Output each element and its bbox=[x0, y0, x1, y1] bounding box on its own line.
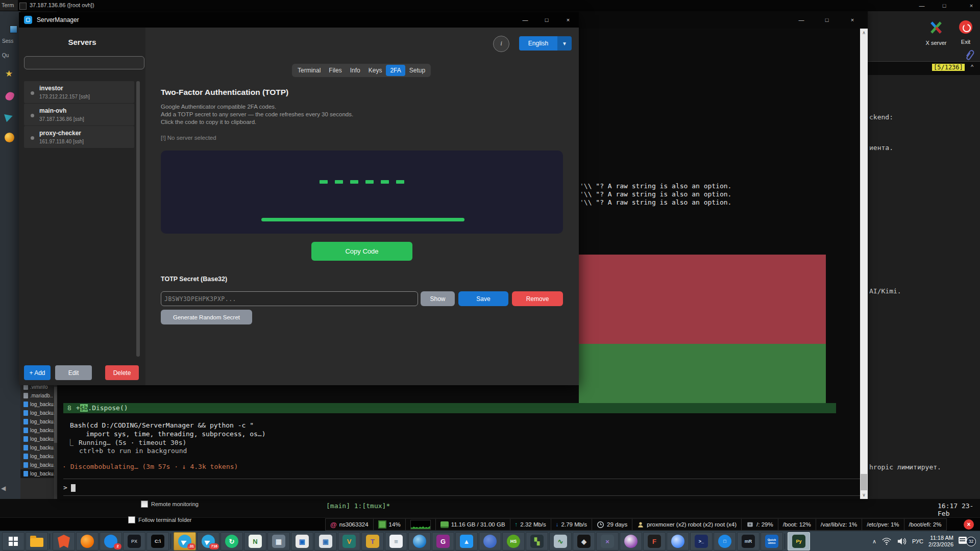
monitor-wave[interactable]: ∿ bbox=[549, 532, 572, 550]
generate-secret-button[interactable]: Generate Random Secret bbox=[161, 310, 252, 324]
totp-code-panel[interactable] bbox=[161, 151, 563, 234]
save-secret-button[interactable]: Save bbox=[458, 291, 508, 306]
totp-secret-input[interactable] bbox=[161, 291, 418, 306]
sessions-panel-icon[interactable] bbox=[10, 26, 17, 33]
file-item[interactable]: log_backu.. bbox=[20, 452, 57, 461]
app-window-1[interactable]: ▣ bbox=[291, 532, 313, 550]
notepad-plus-plus[interactable]: N bbox=[244, 532, 266, 550]
file-explorer[interactable] bbox=[26, 532, 48, 550]
info-button[interactable]: i bbox=[493, 36, 509, 52]
wifi-icon[interactable] bbox=[881, 537, 892, 546]
pink-tool-icon[interactable] bbox=[5, 91, 15, 102]
tab-files[interactable]: Files bbox=[325, 65, 346, 76]
mremoteng[interactable]: mR bbox=[737, 532, 760, 550]
chevron-up-icon[interactable]: ^ bbox=[971, 64, 973, 70]
sidebar-label-quick[interactable]: Qu bbox=[2, 53, 9, 58]
close-monitor-icon[interactable]: × bbox=[964, 519, 974, 530]
minimize-icon[interactable]: — bbox=[915, 1, 929, 11]
file-item[interactable]: log_backu.. bbox=[20, 417, 57, 426]
speaker-icon[interactable] bbox=[897, 537, 907, 546]
proxy-tool[interactable]: PX bbox=[123, 532, 145, 550]
exit-button[interactable]: Exit bbox=[953, 20, 978, 45]
add-server-button[interactable]: + Add bbox=[24, 365, 51, 380]
cube-app[interactable]: ◆ bbox=[573, 532, 595, 550]
server-item-proxy-checker[interactable]: proxy-checker 161.97.118.40 [ssh] bbox=[24, 126, 134, 148]
file-item[interactable]: .mariadb.. bbox=[20, 391, 57, 400]
maximize-icon[interactable]: □ bbox=[536, 12, 557, 28]
python-terminal[interactable]: Py bbox=[788, 532, 810, 550]
tab-info[interactable]: Info bbox=[346, 65, 364, 76]
heidisql[interactable]: HS bbox=[502, 532, 525, 550]
thunderbird[interactable]: 2 bbox=[100, 532, 122, 550]
firefox-browser[interactable] bbox=[76, 532, 99, 550]
orange-ball-icon[interactable] bbox=[5, 133, 14, 142]
remote-monitoring-checkbox[interactable]: Remote monitoring bbox=[141, 500, 199, 508]
scroll-left-icon[interactable]: ◀ bbox=[1, 485, 6, 492]
file-item[interactable]: log_backu.. bbox=[20, 469, 57, 478]
server-item-investor[interactable]: investor 173.212.212.157 [ssh] bbox=[24, 81, 134, 103]
notifications-button[interactable]: 32 bbox=[959, 535, 976, 548]
close-icon[interactable]: × bbox=[964, 1, 978, 11]
chromium[interactable] bbox=[667, 532, 689, 550]
scroll-up-icon[interactable]: ∧ bbox=[860, 29, 868, 37]
remove-secret-button[interactable]: Remove bbox=[512, 291, 563, 306]
delete-server-button[interactable]: Delete bbox=[105, 365, 139, 380]
photos-app[interactable]: ▲ bbox=[455, 532, 478, 550]
maximize-icon[interactable]: □ bbox=[815, 11, 839, 29]
paper-plane-icon[interactable] bbox=[4, 111, 18, 122]
notepad[interactable]: ≡ bbox=[385, 532, 407, 550]
copy-code-button[interactable]: Copy Code bbox=[311, 242, 412, 261]
visual-studio[interactable]: × bbox=[596, 532, 619, 550]
figma[interactable]: F bbox=[643, 532, 666, 550]
x-server-button[interactable]: X server bbox=[920, 20, 952, 46]
tray-chevron-up-icon[interactable]: ∧ bbox=[872, 538, 876, 545]
tab-terminal[interactable]: Terminal bbox=[293, 65, 325, 76]
file-item[interactable]: log_backu.. bbox=[20, 400, 57, 409]
g-document[interactable]: G bbox=[432, 532, 454, 550]
command-prompt[interactable]: C:\ bbox=[146, 532, 169, 550]
github-desktop[interactable] bbox=[620, 532, 642, 550]
minimize-icon[interactable]: — bbox=[790, 11, 813, 29]
file-item[interactable]: log_backu.. bbox=[20, 443, 57, 452]
server-item-main-ovh[interactable]: main-ovh 37.187.136.86 [ssh] bbox=[24, 104, 134, 126]
sync-app[interactable]: ↻ bbox=[220, 532, 243, 550]
minimize-icon[interactable]: — bbox=[514, 12, 536, 28]
favorites-star-icon[interactable]: ★ bbox=[5, 68, 13, 79]
close-icon[interactable]: × bbox=[557, 12, 579, 28]
terminal-color[interactable]: ▚ bbox=[526, 532, 548, 550]
show-secret-button[interactable]: Show bbox=[421, 291, 455, 306]
pinwheel-app[interactable] bbox=[408, 532, 431, 550]
app-window-2[interactable]: ▣ bbox=[314, 532, 337, 550]
checkbox-icon[interactable] bbox=[141, 500, 148, 508]
file-item[interactable]: log_backu.. bbox=[20, 426, 57, 435]
tab-setup[interactable]: Setup bbox=[405, 65, 429, 76]
tab-2fa[interactable]: 2FA bbox=[386, 65, 405, 76]
scroll-down-icon[interactable]: ∨ bbox=[860, 491, 868, 499]
language-dropdown[interactable]: English ▼ bbox=[519, 36, 572, 51]
file-item[interactable]: log_backu.. bbox=[20, 461, 57, 469]
terminal-tab[interactable]: Term bbox=[0, 0, 18, 11]
close-icon[interactable]: × bbox=[841, 11, 864, 29]
toolbox[interactable]: T bbox=[361, 532, 384, 550]
sidebar-label-sessions[interactable]: Sess bbox=[2, 38, 13, 44]
sidebar-scrollbar[interactable] bbox=[136, 81, 140, 357]
quick-utmo[interactable]: Quick utmo bbox=[761, 532, 783, 550]
scrollbar-thumb[interactable] bbox=[861, 474, 867, 490]
file-item[interactable]: log_backu.. bbox=[20, 409, 57, 417]
brave-browser[interactable] bbox=[53, 532, 75, 550]
calculator[interactable]: ▦ bbox=[267, 532, 290, 550]
follow-terminal-folder-checkbox[interactable]: Follow terminal folder bbox=[128, 516, 192, 523]
tray-clock[interactable]: 11:18 AM 2/23/2026 bbox=[928, 535, 953, 548]
remote-desktop[interactable]: □ bbox=[714, 532, 736, 550]
tab-keys[interactable]: Keys bbox=[364, 65, 386, 76]
scrollbar[interactable]: ∧ ∨ bbox=[860, 29, 868, 499]
file-item[interactable]: log_backu.. bbox=[20, 435, 57, 443]
maximize-icon[interactable]: □ bbox=[937, 1, 951, 11]
octopus-app[interactable] bbox=[479, 532, 501, 550]
language-indicator[interactable]: РУС bbox=[912, 538, 923, 544]
server-search-input[interactable] bbox=[24, 56, 144, 69]
powershell[interactable]: >_ bbox=[690, 532, 713, 550]
v-tool[interactable]: V bbox=[338, 532, 360, 550]
telegram-1[interactable]: .31 bbox=[174, 532, 196, 550]
start-button[interactable] bbox=[2, 532, 24, 550]
